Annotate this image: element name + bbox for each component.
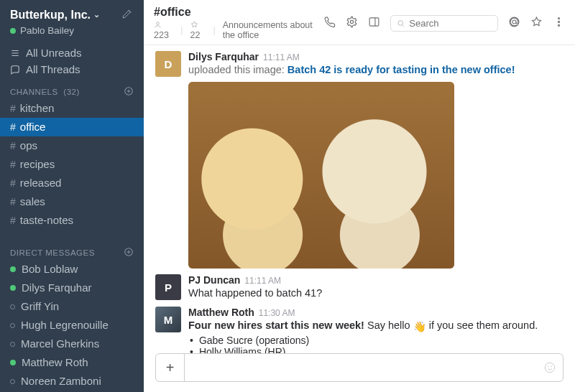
details-pane-icon[interactable] — [368, 16, 380, 30]
svg-point-2 — [157, 22, 160, 25]
message-text: What happened to batch 41? — [188, 286, 564, 301]
pin-count[interactable]: 22 — [190, 20, 206, 40]
search-input-wrapper[interactable] — [390, 15, 498, 32]
hash-icon: # — [10, 101, 16, 116]
workspace-switcher[interactable]: Butterkup, Inc. ⌄ — [10, 9, 100, 22]
message-author[interactable]: PJ Duncan — [188, 274, 240, 286]
add-dm-icon[interactable] — [124, 247, 134, 258]
message-time: 11:30 AM — [259, 308, 295, 318]
svg-point-5 — [398, 20, 403, 25]
current-user[interactable]: Pablo Bailey — [10, 25, 134, 36]
composer-input[interactable] — [185, 362, 537, 373]
search-icon — [397, 19, 405, 28]
svg-point-8 — [558, 17, 559, 19]
message-author[interactable]: Matthew Roth — [188, 307, 254, 318]
svg-point-10 — [558, 24, 559, 26]
image-attachment[interactable] — [188, 82, 454, 269]
channel-item[interactable]: #released — [0, 174, 144, 192]
add-channel-icon[interactable] — [124, 86, 134, 98]
all-unreads-link[interactable]: All Unreads — [0, 45, 144, 61]
message-author[interactable]: Dilys Farquhar — [188, 51, 259, 62]
channel-name: ops — [20, 138, 37, 154]
avatar[interactable]: D — [155, 51, 181, 77]
current-user-name: Pablo Bailey — [20, 25, 74, 36]
upload-prefix: uploaded this image: — [188, 64, 288, 75]
channel-item[interactable]: #recipes — [0, 155, 144, 174]
channels-section-header[interactable]: CHANNELS (32) — [0, 79, 144, 99]
more-icon[interactable] — [553, 16, 565, 30]
threads-icon — [10, 65, 20, 75]
presence-dot-icon — [10, 28, 16, 34]
compose-icon[interactable] — [121, 7, 134, 22]
channels-count: (32) — [63, 88, 79, 96]
channel-name: sales — [20, 194, 45, 210]
avatar[interactable]: M — [155, 307, 181, 332]
all-threads-label: All Threads — [26, 63, 80, 75]
search-input[interactable] — [409, 18, 492, 29]
channel-name: office — [20, 119, 46, 135]
avatar[interactable]: P — [155, 274, 181, 300]
channels-header-label: CHANNELS — [10, 88, 58, 96]
presence-dot-icon — [10, 379, 15, 384]
dm-item[interactable]: Hugh Legrenouille — [0, 316, 144, 335]
cookies-image — [188, 82, 454, 269]
dm-item[interactable]: Matthew Roth — [0, 353, 144, 372]
channel-header: #office 223 | 22 | Announcements about t… — [144, 0, 575, 45]
presence-dot-icon — [10, 285, 16, 291]
chevron-down-icon: ⌄ — [93, 10, 100, 19]
attach-button[interactable]: + — [156, 354, 185, 381]
main-panel: #office 223 | 22 | Announcements about t… — [144, 0, 575, 392]
channel-name: released — [20, 175, 62, 191]
dm-item[interactable]: Bob Loblaw — [0, 260, 144, 279]
message: M Matthew Roth 11:30 AM Four new hires s… — [155, 307, 564, 353]
presence-dot-icon — [10, 342, 15, 347]
svg-rect-4 — [369, 18, 379, 26]
channel-topic[interactable]: Announcements about the office — [223, 20, 323, 40]
message: P PJ Duncan 11:11 AM What happened to ba… — [155, 274, 564, 301]
channel-item[interactable]: #office — [0, 118, 144, 136]
bullet-item: Holly Williams (HR) — [188, 346, 564, 353]
member-count[interactable]: 223 — [154, 20, 173, 40]
dm-name: Griff Yin — [21, 299, 59, 314]
message-composer: + — [155, 353, 564, 382]
dm-item[interactable]: Noreen Zamboni — [0, 372, 144, 391]
hash-icon: # — [10, 213, 16, 228]
emoji-picker-icon[interactable] — [537, 361, 563, 374]
channel-item[interactable]: #kitchen — [0, 99, 144, 118]
bullet-item: Gabe Sucre (operations) — [188, 335, 564, 346]
wave-emoji-icon: 👋 — [413, 319, 426, 335]
dm-item[interactable]: Griff Yin — [0, 297, 144, 316]
channel-item[interactable]: #sales — [0, 192, 144, 211]
message-text: Four new hires start this new week! Say … — [188, 318, 564, 333]
dm-name: Bob Loblaw — [22, 261, 78, 277]
channel-name: kitchen — [20, 101, 55, 116]
svg-point-6 — [510, 17, 519, 27]
dm-item[interactable]: Dilys Farquhar — [0, 279, 144, 297]
channel-item[interactable]: #taste-notes — [0, 211, 144, 230]
hash-icon: # — [10, 119, 16, 135]
mentions-icon[interactable] — [508, 16, 520, 30]
dm-name: Noreen Zamboni — [21, 373, 101, 389]
svg-point-9 — [558, 21, 559, 22]
message: D Dilys Farquhar 11:11 AM uploaded this … — [155, 51, 564, 269]
all-unreads-label: All Unreads — [26, 47, 82, 59]
dm-item[interactable]: Marcel Gherkins — [0, 335, 144, 353]
attachment-link[interactable]: Batch 42 is ready for tasting in the new… — [288, 64, 515, 75]
sidebar: Butterkup, Inc. ⌄ Pablo Bailey All Unrea… — [0, 0, 144, 392]
message-bullet-list: Gabe Sucre (operations)Holly Williams (H… — [188, 335, 564, 353]
svg-point-13 — [551, 366, 552, 367]
call-icon[interactable] — [323, 16, 336, 30]
all-threads-link[interactable]: All Threads — [0, 61, 144, 78]
dm-header-label: DIRECT MESSAGES — [10, 248, 95, 257]
dm-name: Hugh Legrenouille — [21, 317, 109, 333]
channel-list: #kitchen#office#ops#recipes#released#sal… — [0, 99, 144, 230]
star-icon[interactable] — [530, 16, 543, 30]
dm-name: Dilys Farquhar — [22, 280, 92, 296]
svg-point-11 — [545, 363, 555, 373]
channel-title[interactable]: #office — [154, 6, 323, 19]
hash-icon: # — [10, 138, 16, 154]
settings-icon[interactable] — [346, 16, 358, 30]
person-icon — [154, 21, 162, 29]
channel-item[interactable]: #ops — [0, 136, 144, 155]
dm-section-header[interactable]: DIRECT MESSAGES — [0, 240, 144, 260]
